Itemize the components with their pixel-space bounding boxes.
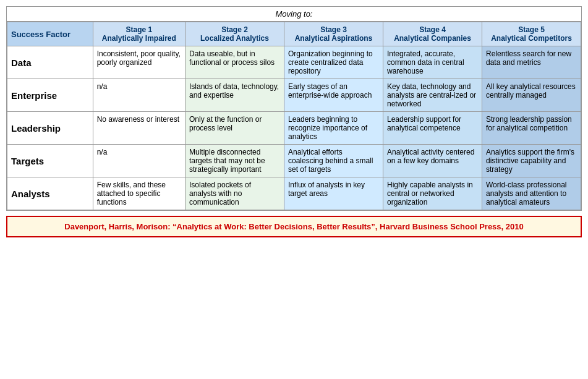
row-4-stage2: Isolated pockets of analysts with no com… bbox=[185, 177, 284, 210]
row-0-stage4: Integrated, accurate, common data in cen… bbox=[383, 46, 482, 79]
row-2-stage2: Only at the function or process level bbox=[185, 112, 284, 145]
row-1-stage1: n/a bbox=[93, 79, 185, 112]
row-0-stage1: Inconsistent, poor quality, poorly organ… bbox=[93, 46, 185, 79]
row-3-stage4: Analytical activity centered on a few ke… bbox=[383, 145, 482, 177]
row-1-stage4: Key data, technology and analysts are ce… bbox=[383, 79, 482, 112]
row-2-stage5: Strong leadership passion for analytical… bbox=[482, 112, 581, 145]
row-1-stage5: All key analytical resources centrally m… bbox=[482, 79, 581, 112]
row-3-stage3: Analytical efforts coalescing behind a s… bbox=[284, 145, 383, 177]
row-1-stage2: Islands of data, technology, and experti… bbox=[185, 79, 284, 112]
row-0-stage2: Data useable, but in functional or proce… bbox=[185, 46, 284, 79]
row-4-stage3: Influx of analysts in key target areas bbox=[284, 177, 383, 210]
row-4-stage1: Few skills, and these attached to specif… bbox=[93, 177, 185, 210]
row-0-stage5: Relentless search for new data and metri… bbox=[482, 46, 581, 79]
row-4-stage4: Highly capable analysts in central or ne… bbox=[383, 177, 482, 210]
moving-to-label: Moving to: bbox=[7, 7, 581, 22]
table-row: AnalystsFew skills, and these attached t… bbox=[7, 177, 581, 210]
row-2-stage3: Leaders beginning to recognize importanc… bbox=[284, 112, 383, 145]
row-2-stage1: No awareness or interest bbox=[93, 112, 185, 145]
row-3-factor: Targets bbox=[7, 145, 93, 177]
table-row: Enterprisen/aIslands of data, technology… bbox=[7, 79, 581, 112]
row-0-stage3: Organization beginning to create central… bbox=[284, 46, 383, 79]
table-row: Targetsn/aMultiple disconnected targets … bbox=[7, 145, 581, 177]
row-3-stage2: Multiple disconnected targets that may n… bbox=[185, 145, 284, 177]
stage5-header: Stage 5 Analytical Competitors bbox=[482, 22, 581, 46]
stage2-header: Stage 2 Localized Analytics bbox=[185, 22, 284, 46]
table-row: DataInconsistent, poor quality, poorly o… bbox=[7, 46, 581, 79]
stage3-header: Stage 3 Analytical Aspirations bbox=[284, 22, 383, 46]
row-2-stage4: Leadership support for analytical compet… bbox=[383, 112, 482, 145]
row-1-stage3: Early stages of an enterprise-wide appro… bbox=[284, 79, 383, 112]
row-4-factor: Analysts bbox=[7, 177, 93, 210]
stage1-header: Stage 1 Analytically Impaired bbox=[93, 22, 185, 46]
table-row: LeadershipNo awareness or interestOnly a… bbox=[7, 112, 581, 145]
row-3-stage1: n/a bbox=[93, 145, 185, 177]
row-4-stage5: World-class professional analysts and at… bbox=[482, 177, 581, 210]
success-factor-header: Success Factor bbox=[7, 22, 93, 46]
citation-box: Davenport, Harris, Morison: “Analytics a… bbox=[6, 216, 582, 237]
stage4-header: Stage 4 Analytical Companies bbox=[383, 22, 482, 46]
row-0-factor: Data bbox=[7, 46, 93, 79]
row-3-stage5: Analytics support the firm's distinctive… bbox=[482, 145, 581, 177]
row-1-factor: Enterprise bbox=[7, 79, 93, 112]
row-2-factor: Leadership bbox=[7, 112, 93, 145]
